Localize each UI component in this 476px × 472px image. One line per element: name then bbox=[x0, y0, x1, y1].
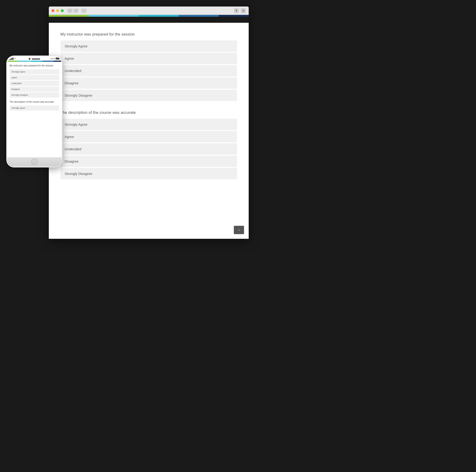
phone-wifi-icon: ⊙ bbox=[14, 57, 16, 60]
phone-option-undecided-1[interactable]: Undecided bbox=[10, 81, 59, 86]
browser-content: My instructor was prepared for the sessi… bbox=[49, 23, 249, 239]
share-icon[interactable]: ⬆ bbox=[234, 8, 239, 13]
phone-home-area bbox=[7, 157, 62, 166]
option-disagree-2[interactable]: Disagree bbox=[60, 156, 237, 167]
color-navy bbox=[219, 15, 249, 17]
color-blue-light bbox=[89, 15, 139, 17]
phone-content: My instructor was prepared for the sessi… bbox=[7, 62, 62, 157]
close-button[interactable] bbox=[51, 9, 54, 12]
phone-inner: ⊙ 100% My instructor was prepared bbox=[7, 56, 62, 166]
option-undecided-2[interactable]: Undecided bbox=[60, 143, 237, 155]
option-strongly-agree-2[interactable]: Strongly Agree bbox=[60, 119, 237, 130]
forward-button[interactable]: › bbox=[73, 9, 79, 13]
color-teal bbox=[139, 15, 179, 17]
resize-button[interactable] bbox=[81, 9, 86, 13]
phone-battery-percent: 100% bbox=[51, 58, 55, 60]
phone-screen: ⊙ 100% My instructor was prepared bbox=[7, 56, 62, 157]
phone-camera-dot bbox=[29, 58, 31, 60]
phone-speaker-grill bbox=[32, 59, 40, 60]
phone-container: ⊙ 100% My instructor was prepared bbox=[6, 56, 62, 167]
phone-battery-icon bbox=[55, 57, 60, 60]
question-2-label: The description of the course was accura… bbox=[60, 110, 237, 115]
phone-option-strongly-agree-2[interactable]: Strongly Agree bbox=[10, 105, 59, 111]
nav-buttons: ‹ › bbox=[68, 9, 79, 13]
option-agree-1[interactable]: Agree bbox=[60, 53, 237, 64]
phone-question-2-label: The description of the course was accura… bbox=[10, 100, 59, 104]
minimize-button[interactable] bbox=[56, 9, 59, 12]
browser-titlebar: ‹ › ⬆ ⧉ bbox=[49, 6, 249, 15]
phone-body: ⊙ 100% My instructor was prepared bbox=[6, 56, 62, 167]
next-button[interactable]: → bbox=[234, 226, 244, 234]
option-strongly-disagree-2[interactable]: Strongly Disagree bbox=[60, 168, 237, 179]
browser-icons-right: ⬆ ⧉ bbox=[234, 8, 246, 13]
option-undecided-1[interactable]: Undecided bbox=[60, 65, 237, 76]
phone-question-1-label: My instructor was prepared for the sessi… bbox=[10, 64, 59, 67]
color-green bbox=[49, 15, 89, 17]
question-section-1: My instructor was prepared for the sessi… bbox=[60, 32, 237, 101]
back-button[interactable]: ‹ bbox=[68, 9, 72, 13]
phone-option-strongly-disagree-1[interactable]: Strongly Disagree bbox=[10, 92, 59, 98]
color-blue-mid bbox=[179, 15, 219, 17]
phone-section-gap: The description of the course was accura… bbox=[10, 100, 59, 111]
option-strongly-agree-1[interactable]: Strongly Agree bbox=[60, 40, 237, 52]
black-bar bbox=[49, 17, 249, 23]
phone-option-disagree-1[interactable]: Disagree bbox=[10, 87, 59, 92]
phone-signal-icon bbox=[9, 57, 14, 60]
option-agree-2[interactable]: Agree bbox=[60, 131, 237, 142]
browser-window: ‹ › ⬆ ⧉ My instructor was prepared for t… bbox=[49, 6, 249, 239]
phone-option-strongly-agree-1[interactable]: Strongly Agree bbox=[10, 69, 59, 74]
option-disagree-1[interactable]: Disagree bbox=[60, 77, 237, 89]
phone-home-button[interactable] bbox=[31, 159, 38, 165]
color-bar bbox=[49, 15, 249, 17]
question-section-2: The description of the course was accura… bbox=[60, 110, 237, 179]
question-1-label: My instructor was prepared for the sessi… bbox=[60, 32, 237, 37]
phone-option-agree-1[interactable]: Agree bbox=[10, 75, 59, 80]
phone-top-notch bbox=[29, 58, 40, 60]
maximize-button[interactable] bbox=[61, 9, 64, 12]
tabs-icon[interactable]: ⧉ bbox=[241, 8, 246, 13]
option-strongly-disagree-1[interactable]: Strongly Disagree bbox=[60, 90, 237, 101]
